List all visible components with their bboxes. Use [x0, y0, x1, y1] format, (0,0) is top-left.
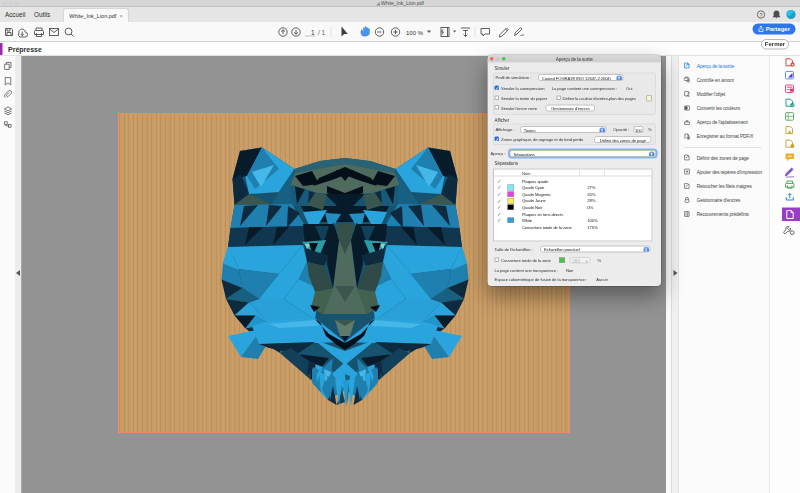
svg-text:100 %: 100 %	[406, 30, 424, 36]
svg-text:?: ?	[760, 12, 763, 18]
svg-text:1: 1	[311, 29, 315, 36]
svg-text:/ 1: / 1	[318, 29, 326, 36]
